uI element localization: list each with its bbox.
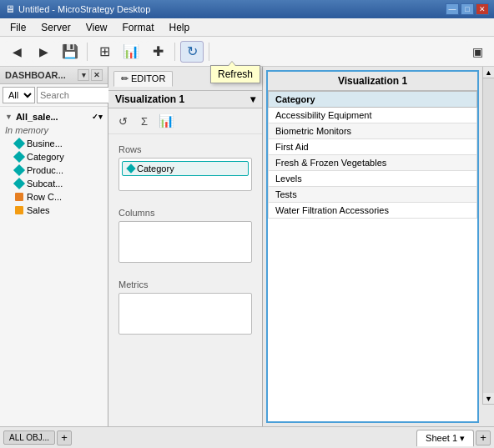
- right-panel: Visualization 1 Category Accessibility E…: [263, 67, 494, 426]
- vis-title-text: Visualization 1: [115, 93, 184, 105]
- editor-fields-area: Rows Category Columns Metrics: [108, 134, 262, 426]
- add-sheet-icon: +: [480, 431, 486, 444]
- forward-icon: ▶: [39, 45, 48, 58]
- add-object-button[interactable]: +: [57, 430, 72, 445]
- sheet-dropdown-icon: ▾: [460, 433, 465, 444]
- add-icon: ✚: [153, 43, 164, 59]
- back-button[interactable]: ◀: [5, 41, 28, 63]
- metrics-drop-zone[interactable]: [118, 293, 252, 335]
- diamond-icon: [13, 138, 25, 149]
- add-object-icon: +: [61, 431, 68, 444]
- right-panel-button[interactable]: ▣: [466, 41, 489, 63]
- columns-section: Columns: [113, 203, 257, 274]
- columns-label: Columns: [118, 208, 252, 218]
- undo-button[interactable]: ↺: [113, 112, 132, 130]
- maximize-button[interactable]: □: [461, 3, 474, 15]
- left-panel: DASHBOAR... ▾ ✕ All 🔍 ▼ All_sale... ✓▾ I…: [0, 67, 108, 426]
- table-row: Tests: [269, 187, 477, 203]
- menu-server[interactable]: Server: [34, 20, 77, 35]
- table-cell: Water Filtration Accessories: [269, 203, 477, 219]
- columns-drop-zone[interactable]: [118, 221, 252, 263]
- item-label: Subcat...: [27, 179, 63, 189]
- table-cell: Fresh & Frozen Vegetables: [269, 155, 477, 171]
- menu-bar: File Server View Format Help: [0, 18, 494, 37]
- right-scrollbar[interactable]: ▲ ▼: [482, 67, 494, 405]
- rows-label: Rows: [118, 144, 252, 154]
- table-row: Water Filtration Accessories: [269, 203, 477, 219]
- menu-help[interactable]: Help: [163, 20, 197, 35]
- window-controls: — □ ✕: [446, 3, 489, 15]
- separator-1: [87, 43, 88, 61]
- sheet-tab-1[interactable]: Sheet 1 ▾: [416, 430, 474, 446]
- save-icon: 💾: [62, 43, 78, 59]
- diamond-icon: [13, 164, 25, 176]
- all-objects-button[interactable]: ALL OBJ...: [3, 430, 55, 445]
- refresh-button[interactable]: ↻: [180, 41, 204, 63]
- vis-col-header: Category: [269, 92, 477, 108]
- table-row: Fresh & Frozen Vegetables: [269, 155, 477, 171]
- close-button[interactable]: ✕: [476, 3, 489, 15]
- menu-view[interactable]: View: [79, 20, 114, 35]
- window-title: Untitled - MicroStrategy Desktop: [18, 4, 150, 14]
- title-bar: 🖥 Untitled - MicroStrategy Desktop — □ ✕: [0, 0, 494, 18]
- search-row: All 🔍: [0, 84, 108, 107]
- item-label: Produc...: [27, 165, 63, 175]
- list-item-busine[interactable]: Busine...: [2, 137, 106, 150]
- menu-format[interactable]: Format: [115, 20, 160, 35]
- panel-collapse-btn[interactable]: ▾: [78, 69, 89, 81]
- vis-title-dropdown-icon[interactable]: ▾: [250, 93, 255, 105]
- scroll-up-button[interactable]: ▲: [483, 67, 494, 78]
- scroll-down-button[interactable]: ▼: [483, 393, 494, 405]
- chart-icon: 📊: [123, 43, 139, 59]
- item-label: All_sale...: [16, 112, 58, 122]
- menu-file[interactable]: File: [3, 20, 33, 35]
- rows-drop-zone[interactable]: Category: [118, 158, 252, 191]
- metrics-section: Metrics: [113, 274, 257, 346]
- separator-2: [174, 43, 175, 61]
- sum-button[interactable]: Σ: [135, 112, 154, 130]
- bottom-bar: ALL OBJ... + Sheet 1 ▾ +: [0, 426, 494, 448]
- orange-icon: [15, 193, 23, 201]
- table-cell: Tests: [269, 187, 477, 203]
- minimize-button[interactable]: —: [446, 3, 459, 15]
- item-label: Busine...: [27, 138, 63, 148]
- list-item-subcat[interactable]: Subcat...: [2, 177, 106, 190]
- data-import-button[interactable]: ⊞: [93, 41, 116, 63]
- chart-button[interactable]: 📊: [119, 41, 143, 63]
- forward-button[interactable]: ▶: [32, 41, 55, 63]
- chip-label: Category: [137, 164, 174, 174]
- table-cell: Levels: [269, 171, 477, 187]
- panel-header: DASHBOAR... ▾ ✕: [0, 67, 108, 84]
- refresh-tooltip: Refresh: [210, 65, 260, 83]
- data-import-icon: ⊞: [99, 43, 110, 59]
- item-controls: ✓▾: [92, 113, 103, 121]
- back-icon: ◀: [13, 45, 22, 58]
- list-item-sales[interactable]: Sales: [2, 204, 106, 217]
- list-item-allsales[interactable]: ▼ All_sale... ✓▾: [2, 110, 106, 123]
- panel-close-btn[interactable]: ✕: [91, 69, 103, 81]
- table-cell: Accessibility Equipment: [269, 108, 477, 123]
- list-item-category[interactable]: Category: [2, 150, 106, 164]
- vis-title-bar: Visualization 1 ▾: [108, 91, 262, 108]
- sum-icon: Σ: [141, 115, 148, 128]
- editor-tab[interactable]: ✏ EDITOR: [113, 71, 173, 87]
- save-button[interactable]: 💾: [58, 41, 82, 63]
- panel-title: DASHBOAR...: [5, 70, 66, 80]
- refresh-icon: ↻: [187, 43, 198, 59]
- in-memory-label: In memory: [2, 123, 106, 137]
- table-row: Levels: [269, 171, 477, 187]
- list-item-rowc[interactable]: Row C...: [2, 190, 106, 204]
- center-panel: ✏ EDITOR ▼ ⚙ Visualization 1 ▾ ↺ Σ 📊: [108, 67, 263, 426]
- diamond-icon: [13, 178, 25, 189]
- category-chip[interactable]: Category: [122, 161, 249, 176]
- chip-diamond-icon: [126, 164, 135, 173]
- vis-table: Category Accessibility EquipmentBiometri…: [268, 91, 477, 219]
- vis-container: Visualization 1 Category Accessibility E…: [266, 70, 479, 423]
- search-dropdown[interactable]: All: [3, 87, 35, 103]
- item-label: Category: [27, 152, 64, 162]
- chart-type-button[interactable]: 📊: [157, 112, 175, 130]
- list-item-produc[interactable]: Produc...: [2, 164, 106, 177]
- add-button[interactable]: ✚: [146, 41, 169, 63]
- right-panel-icon: ▣: [472, 45, 483, 58]
- add-sheet-button[interactable]: +: [476, 430, 491, 445]
